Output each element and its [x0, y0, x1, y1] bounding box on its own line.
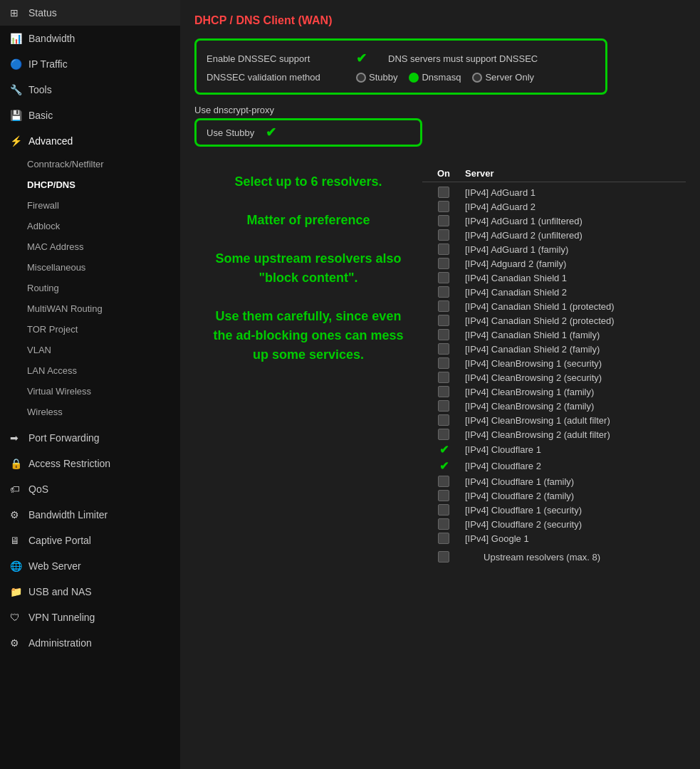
sidebar-sub-virtual-wireless[interactable]: Virtual Wireless [0, 381, 180, 402]
resolver-checkbox-sq[interactable] [438, 372, 449, 383]
page-title: DHCP / DNS Client (WAN) [194, 14, 686, 27]
resolver-name: [IPv4] CleanBrowsing 2 (family) [465, 401, 686, 412]
table-row: [IPv4] AdGuard 1 (unfiltered) [422, 214, 686, 228]
resolver-checkbox-sq[interactable] [438, 490, 449, 501]
resolver-header: On Server [422, 165, 686, 182]
sidebar-item-ip-traffic[interactable]: 🔵 IP Traffic [0, 51, 180, 77]
resolver-checkbox-sq[interactable] [438, 504, 449, 516]
resolver-section: Select up to 6 resolvers. Matter of pref… [194, 165, 686, 564]
dnssec-enable-check[interactable]: ✔ [356, 51, 367, 66]
resolver-checkbox-sq[interactable] [438, 201, 449, 212]
sidebar-item-captive-portal[interactable]: 🖥 Captive Portal [0, 528, 180, 553]
resolver-name: [IPv4] Google 1 [465, 533, 686, 544]
upstream-checkbox-sq[interactable] [438, 551, 449, 563]
sidebar-sub-lan-access[interactable]: LAN Access [0, 360, 180, 381]
info-line-3: Some upstream resolvers also "block cont… [209, 249, 408, 288]
sidebar-item-bandwidth-limiter[interactable]: ⚙ Bandwidth Limiter [0, 502, 180, 528]
resolver-checkbox-sq[interactable] [438, 187, 449, 198]
sidebar-item-basic[interactable]: 💾 Basic [0, 103, 180, 128]
resolver-checkbox-sq[interactable] [438, 315, 449, 326]
sidebar-item-label: Status [28, 7, 57, 19]
sidebar-item-usb-nas[interactable]: 📁 USB and NAS [0, 579, 180, 605]
sidebar-sub-routing[interactable]: Routing [0, 278, 180, 298]
sidebar-item-label: Administration [28, 637, 92, 649]
sidebar-item-label: Captive Portal [28, 535, 91, 546]
sidebar-sub-label: Firewall [27, 200, 59, 211]
resolver-checkbox-sq[interactable] [438, 272, 449, 283]
resolver-checkbox-sq[interactable] [438, 300, 449, 312]
resolver-checkbox-cell [422, 476, 465, 487]
use-stubby-check[interactable]: ✔ [266, 125, 276, 140]
resolver-checkbox-sq[interactable] [438, 414, 449, 426]
radio-server-only[interactable]: Server Only [472, 72, 534, 83]
resolver-check-true[interactable]: ✔ [439, 443, 449, 456]
radio-dnsmasq[interactable]: Dnsmasq [409, 72, 461, 83]
radio-stubby[interactable]: Stubby [356, 72, 397, 83]
table-row: [IPv4] CleanBrowsing 1 (family) [422, 384, 686, 399]
sidebar-item-label: IP Traffic [28, 58, 68, 70]
dnssec-box: Enable DNSSEC support ✔ DNS servers must… [194, 38, 607, 95]
resolver-name: [IPv4] Canadian Shield 1 (protected) [465, 301, 686, 312]
sidebar-sub-label: Virtual Wireless [27, 386, 91, 397]
resolver-check-true[interactable]: ✔ [439, 459, 449, 473]
resolver-checkbox-sq[interactable] [438, 229, 449, 241]
sidebar-sub-dhcp-dns[interactable]: DHCP/DNS [0, 174, 180, 195]
table-row: [IPv4] CleanBrowsing 2 (adult filter) [422, 427, 686, 441]
sidebar-sub-mac-address[interactable]: MAC Address [0, 236, 180, 257]
resolver-checkbox-sq[interactable] [438, 215, 449, 226]
resolver-checkbox-cell: ✔ [422, 459, 465, 473]
resolver-name: [IPv4] AdGuard 1 [465, 187, 686, 198]
sidebar-sub-conntrack[interactable]: Conntrack/Netfilter [0, 154, 180, 174]
resolver-checkbox-sq[interactable] [438, 329, 449, 340]
resolver-checkbox-sq[interactable] [438, 518, 449, 530]
resolver-checkbox-cell [422, 272, 465, 283]
sidebar-item-tools[interactable]: 🔧 Tools [0, 77, 180, 103]
use-dnscrypt-label: Use dnscrypt-proxy [194, 105, 274, 115]
resolver-checkbox-sq[interactable] [438, 357, 449, 369]
vpn-icon: 🛡 [10, 612, 23, 623]
resolver-name: [IPv4] CleanBrowsing 2 (adult filter) [465, 429, 686, 440]
table-row: [IPv4] Canadian Shield 1 (protected) [422, 299, 686, 313]
sidebar-sub-wireless[interactable]: Wireless [0, 402, 180, 422]
sidebar-sub-vlan[interactable]: VLAN [0, 340, 180, 360]
resolver-name: [IPv4] Adguard 2 (family) [465, 258, 686, 269]
sidebar-item-administration[interactable]: ⚙ Administration [0, 630, 180, 656]
sidebar-sub-adblock[interactable]: Adblock [0, 216, 180, 236]
upstream-checkbox [422, 551, 465, 563]
sidebar-sub-label: LAN Access [27, 365, 77, 376]
resolver-checkbox-sq[interactable] [438, 476, 449, 487]
resolver-name: [IPv4] Cloudflare 2 (security) [465, 519, 686, 530]
resolver-checkbox-sq[interactable] [438, 429, 449, 440]
sidebar-sub-label: MAC Address [27, 241, 83, 252]
sidebar-item-bandwidth[interactable]: 📊 Bandwidth [0, 26, 180, 51]
resolver-checkbox-cell [422, 429, 465, 440]
resolver-checkbox-sq[interactable] [438, 400, 449, 412]
resolver-checkbox-cell [422, 258, 465, 269]
resolver-checkbox-sq[interactable] [438, 343, 449, 355]
sidebar-item-vpn-tunneling[interactable]: 🛡 VPN Tunneling [0, 605, 180, 630]
sidebar-sub-miscellaneous[interactable]: Miscellaneous [0, 257, 180, 278]
resolver-checkbox-sq[interactable] [438, 286, 449, 298]
sidebar-item-label: Advanced [28, 135, 73, 147]
table-row: [IPv4] CleanBrowsing 2 (security) [422, 370, 686, 384]
sidebar-item-web-server[interactable]: 🌐 Web Server [0, 553, 180, 579]
resolver-checkbox-sq[interactable] [438, 258, 449, 269]
table-row: [IPv4] Canadian Shield 2 (protected) [422, 313, 686, 328]
table-row: [IPv4] AdGuard 2 [422, 199, 686, 214]
bandwidth-icon: 📊 [10, 33, 23, 44]
upstream-label-row: Upstream resolvers (max. 8) [422, 550, 686, 564]
sidebar-sub-multiwan[interactable]: MultiWAN Routing [0, 298, 180, 319]
validation-radio-group: Stubby Dnsmasq Server Only [356, 72, 534, 83]
sidebar-item-advanced[interactable]: ⚡ Advanced [0, 128, 180, 154]
sidebar-sub-firewall[interactable]: Firewall [0, 195, 180, 216]
sidebar-item-qos[interactable]: 🏷 QoS [0, 476, 180, 502]
sidebar-item-status[interactable]: ⊞ Status [0, 0, 180, 26]
sidebar-sub-label: Adblock [27, 221, 60, 231]
resolver-checkbox-sq[interactable] [438, 386, 449, 397]
resolver-checkbox-sq[interactable] [438, 244, 449, 255]
sidebar-sub-tor[interactable]: TOR Project [0, 319, 180, 340]
sidebar-item-access-restriction[interactable]: 🔒 Access Restriction [0, 451, 180, 476]
resolver-checkbox-sq[interactable] [438, 533, 449, 544]
upstream-label: Upstream resolvers (max. 8) [465, 552, 607, 563]
sidebar-item-port-forwarding[interactable]: ➡ Port Forwarding [0, 425, 180, 451]
